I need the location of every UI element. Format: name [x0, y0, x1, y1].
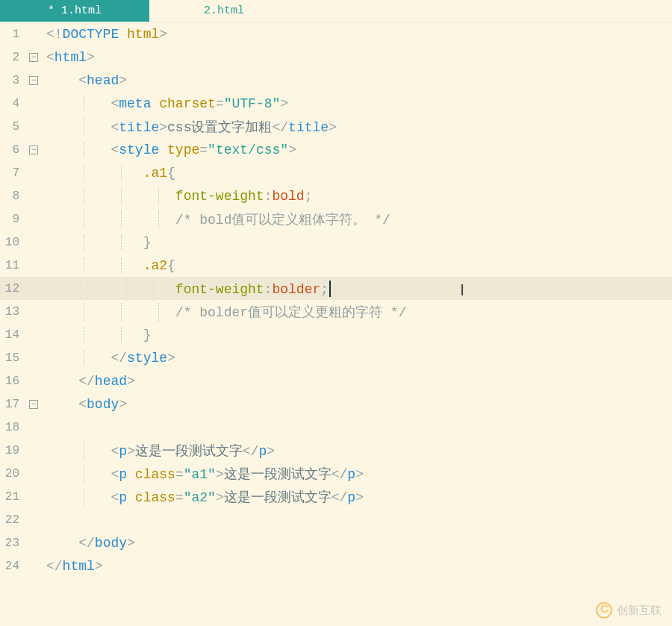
line-number: 5 [0, 120, 25, 134]
code-content[interactable]: } [42, 328, 672, 342]
tab-bar: * 1.html 2.html [0, 0, 672, 22]
code-line[interactable]: 14 } [0, 323, 672, 346]
code-content[interactable]: <title>css设置文字加粗</title> [42, 118, 672, 136]
fold-gutter[interactable]: − [25, 51, 42, 63]
code-content[interactable]: <body> [42, 397, 672, 412]
watermark-text: 创新互联 [617, 604, 662, 618]
code-content[interactable]: /* bolder值可以定义更粗的字符 */ [42, 303, 672, 321]
code-line[interactable]: 12 font-weight:bolder;I [0, 277, 672, 300]
line-number: 14 [0, 328, 25, 342]
code-content[interactable]: </head> [42, 374, 672, 389]
line-number: 21 [0, 490, 25, 504]
line-number: 2 [0, 51, 25, 64]
code-content[interactable]: .a1{ [42, 166, 672, 181]
line-number: 13 [0, 305, 25, 319]
code-content[interactable]: } [42, 235, 672, 250]
code-line[interactable]: 7 .a1{ [0, 161, 672, 184]
line-number: 16 [0, 375, 25, 388]
line-number: 15 [0, 351, 25, 365]
text-cursor [329, 281, 331, 297]
code-line[interactable]: 24</html> [0, 554, 672, 578]
code-line[interactable]: 22 [0, 508, 672, 531]
code-content[interactable]: <head> [42, 73, 672, 88]
code-content[interactable]: <meta charset="UTF-8"> [42, 96, 672, 111]
fold-toggle-icon[interactable]: − [29, 145, 38, 154]
code-content[interactable]: <html> [42, 50, 672, 65]
line-number: 11 [0, 259, 25, 272]
code-line[interactable]: 16 </head> [0, 369, 672, 392]
line-number: 17 [0, 398, 25, 411]
code-line[interactable]: 5 <title>css设置文字加粗</title> [0, 115, 672, 138]
line-number: 12 [0, 282, 25, 295]
fold-gutter[interactable]: − [25, 144, 42, 155]
code-content[interactable]: <p>这是一段测试文字</p> [42, 442, 672, 460]
code-line[interactable]: 9 /* bold值可以定义粗体字符。 */ [0, 207, 672, 231]
code-editor[interactable]: 1<!DOCTYPE html>2−<html>3− <head>4 <meta… [0, 22, 672, 578]
line-number: 3 [0, 74, 25, 87]
mouse-ibeam-icon: I [460, 281, 464, 300]
tab-file-1[interactable]: * 1.html [0, 0, 149, 22]
line-number: 24 [0, 560, 25, 573]
code-line[interactable]: 1<!DOCTYPE html> [0, 22, 672, 46]
watermark-logo-icon [596, 602, 612, 619]
fold-toggle-icon[interactable]: − [29, 400, 38, 409]
line-number: 20 [0, 467, 25, 481]
line-number: 18 [0, 421, 25, 434]
code-line[interactable]: 23 </body> [0, 531, 672, 554]
code-content[interactable]: <p class="a1">这是一段测试文字</p> [42, 465, 672, 483]
watermark: 创新互联 [596, 602, 662, 619]
code-line[interactable]: 17− <body> [0, 392, 672, 416]
code-line[interactable]: 15 </style> [0, 346, 672, 369]
code-line[interactable]: 13 /* bolder值可以定义更粗的字符 */ [0, 300, 672, 323]
fold-toggle-icon[interactable]: − [29, 76, 38, 85]
code-line[interactable]: 8 font-weight:bold; [0, 184, 672, 207]
code-content[interactable]: <!DOCTYPE html> [42, 27, 672, 42]
line-number: 23 [0, 536, 25, 550]
code-line[interactable]: 6− <style type="text/css"> [0, 138, 672, 161]
line-number: 10 [0, 236, 25, 249]
line-number: 19 [0, 444, 25, 457]
line-number: 8 [0, 190, 25, 203]
code-line[interactable]: 11 .a2{ [0, 254, 672, 277]
code-line[interactable]: 18 [0, 416, 672, 439]
code-content[interactable]: </body> [42, 536, 672, 551]
line-number: 6 [0, 143, 25, 157]
code-content[interactable]: <style type="text/css"> [42, 143, 672, 157]
code-content[interactable]: font-weight:bold; [42, 189, 672, 204]
code-content[interactable]: </html> [42, 559, 672, 574]
code-content[interactable]: font-weight:bolder;I [42, 281, 672, 297]
line-number: 1 [0, 28, 25, 41]
tab-file-2[interactable]: 2.html [149, 0, 299, 22]
fold-toggle-icon[interactable]: − [29, 53, 38, 62]
code-line[interactable]: 3− <head> [0, 69, 672, 92]
code-content[interactable]: /* bold值可以定义粗体字符。 */ [42, 210, 672, 228]
fold-gutter[interactable]: − [25, 75, 42, 86]
code-content[interactable]: <p class="a2">这是一段测试文字</p> [42, 488, 672, 506]
line-number: 9 [0, 213, 25, 226]
code-content[interactable]: </style> [42, 351, 672, 366]
fold-gutter[interactable]: − [25, 398, 42, 410]
code-content[interactable]: .a2{ [42, 258, 672, 273]
code-line[interactable]: 4 <meta charset="UTF-8"> [0, 92, 672, 115]
code-line[interactable]: 10 } [0, 231, 672, 254]
line-number: 7 [0, 166, 25, 180]
line-number: 22 [0, 513, 25, 527]
code-line[interactable]: 2−<html> [0, 46, 672, 69]
line-number: 4 [0, 97, 25, 110]
code-line[interactable]: 19 <p>这是一段测试文字</p> [0, 439, 672, 462]
code-line[interactable]: 21 <p class="a2">这是一段测试文字</p> [0, 485, 672, 508]
code-line[interactable]: 20 <p class="a1">这是一段测试文字</p> [0, 462, 672, 485]
